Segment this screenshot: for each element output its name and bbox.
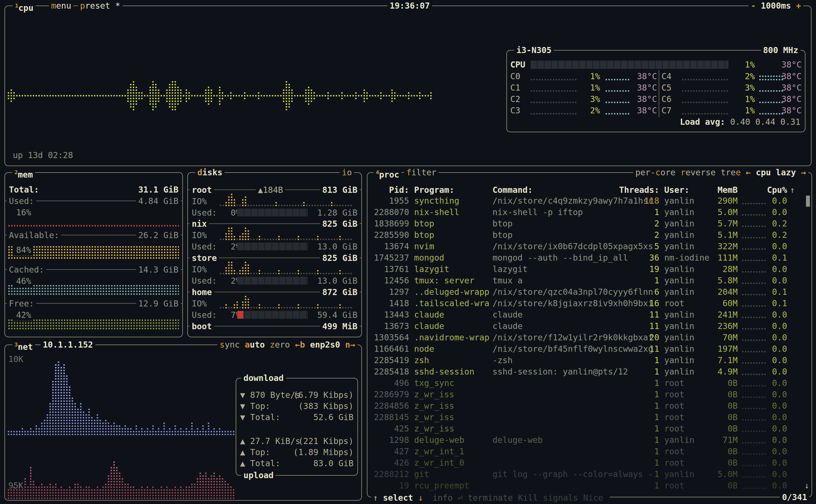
process-row[interactable]: 1166461node/nix/store/bf45nflf0wylnscwwa…: [367, 343, 812, 355]
interval-plus-button[interactable]: +: [796, 1, 801, 11]
col-pid[interactable]: Pid:: [372, 184, 409, 196]
process-row[interactable]: 13443claudeclaude11yanlin241M0.0: [367, 309, 812, 320]
footer-action-nice[interactable]: Nice: [583, 493, 603, 503]
uptime: up 13d 02:28: [13, 149, 73, 161]
process-row[interactable]: 2285418sshd-sessionsshd-session: yanlin@…: [367, 366, 812, 377]
process-row[interactable]: 1745237mongodmongod --auth --bind_ip_all…: [367, 252, 812, 263]
disk-name: nix: [190, 218, 209, 229]
col-program[interactable]: Program:: [414, 184, 489, 196]
sort-prev-button[interactable]: ←: [746, 168, 751, 177]
process-row[interactable]: 1955syncthing/nix/store/c4q9zmkzy9awy7h7…: [367, 195, 812, 206]
process-row[interactable]: 1418.tailscaled-wra/nix/store/k8jgiaxrz8…: [367, 298, 812, 309]
memory-panel-title[interactable]: 2mem: [12, 167, 35, 178]
mem-usage-band: [8, 293, 179, 295]
process-row[interactable]: 2288212gitgit log --graph --color=always…: [367, 468, 812, 480]
mem-section-label: Used:: [7, 195, 36, 207]
footer-action-kill[interactable]: Kill: [518, 493, 538, 503]
upload-stat-value: (1.89 Mibps): [293, 446, 354, 458]
process-row[interactable]: 1298deluge-webdeluge-web1yanlin71M0.0: [367, 434, 812, 446]
footer-action-[interactable]: ↑: [373, 493, 378, 503]
process-row[interactable]: 13674nvim/nix/store/ix0b67dcdpl05xpagx5x…: [367, 241, 812, 252]
process-row[interactable]: 1838699btopbtop2yanlin5.7M0.2: [367, 218, 812, 229]
process-footer: ↑select↓info ⏎terminateKillsignalsNice: [371, 492, 610, 503]
footer-action-select[interactable]: select: [383, 493, 413, 503]
disks-panel-title[interactable]: disks: [195, 167, 225, 178]
sort-next-button[interactable]: →: [801, 168, 806, 177]
mem-section-value: 4.84 GiB: [136, 195, 181, 207]
col-cpu[interactable]: Cpu%: [767, 184, 787, 196]
mem-section-label: Cached:: [7, 264, 46, 275]
process-row[interactable]: 2285590btopbtop2yanlin5.1M0.2: [367, 229, 812, 241]
process-row[interactable]: 426z_wr_int_01root0B0.0: [367, 457, 812, 468]
process-row[interactable]: 13761lazygitlazygit19yanlin28M0.0: [367, 263, 812, 275]
mem-total-value: 31.1 GiB: [138, 185, 179, 194]
mem-usage-band: [8, 285, 179, 286]
tree-button[interactable]: tree: [721, 168, 741, 177]
process-row[interactable]: 2288145z_wr_iss1root0B0.0: [367, 411, 812, 423]
disk-size: 499 MiB: [320, 321, 360, 332]
download-stat-label: ▼ Total:: [240, 411, 280, 423]
sync-button[interactable]: sync: [220, 340, 240, 350]
io-mode-button[interactable]: io: [340, 167, 354, 178]
footer-action-signals[interactable]: signals: [543, 493, 578, 503]
disks-panel: disks io root▲184B813 GiBIO%Used:0%1.28 …: [187, 172, 362, 337]
col-memb[interactable]: MemB: [706, 184, 738, 196]
network-panel-title[interactable]: 3net: [12, 339, 35, 350]
footer-action-info[interactable]: info ⏎: [433, 493, 463, 503]
menu-button[interactable]: menu: [49, 0, 73, 11]
process-row[interactable]: 2286979z_wr_iss1root0B0.0: [367, 389, 812, 400]
col-user[interactable]: User:: [664, 184, 711, 196]
zero-button[interactable]: zero: [270, 340, 290, 350]
mem-usage-band: [8, 246, 179, 248]
core-history-meter: [682, 90, 729, 92]
process-row[interactable]: 12456tmux: servertmux a1yanlin5.8M0.0: [367, 275, 812, 286]
cpu-panel: 1cpu menu preset * 19:36:07 - 1000ms + u…: [4, 6, 812, 166]
process-row[interactable]: 1303564.navidrome-wrap/nix/store/f12w1yi…: [367, 332, 812, 343]
process-row[interactable]: 13673claudeclaude11yanlin236M0.0: [367, 320, 812, 332]
footer-action-terminate[interactable]: terminate: [468, 493, 513, 503]
auto-button[interactable]: auto: [245, 340, 265, 350]
cpu-frequency: 800 MHz: [763, 45, 798, 55]
mem-usage-band: [8, 255, 179, 256]
process-controls: per-core reverse tree ← cpu lazy →: [633, 167, 808, 178]
col-threads[interactable]: Threads:: [609, 184, 659, 196]
footer-action-[interactable]: ↓: [418, 493, 423, 503]
disk-io-sparkline: [218, 227, 357, 240]
mem-section-percent: 16%: [14, 207, 33, 218]
disk-io-sparkline: [218, 261, 357, 274]
process-row[interactable]: 427z_wr_int_11root0B0.0: [367, 446, 812, 457]
download-stat-value: 52.6 GiB: [314, 411, 354, 423]
disk-io-sparkline: [218, 295, 357, 308]
filter-button[interactable]: filter: [404, 167, 439, 178]
scrollbar-thumb[interactable]: [806, 196, 810, 207]
col-command[interactable]: Command:: [492, 184, 604, 196]
cpu-total-bar: [531, 61, 728, 69]
network-panel: 3net 10.1.1.152 sync auto zero ←b enp2s0…: [4, 345, 362, 501]
reverse-button[interactable]: reverse: [680, 168, 715, 177]
process-row[interactable]: 2284856z_wr_iss1root0B0.0: [367, 400, 812, 411]
process-row[interactable]: 2285419zsh-zsh1yanlin7.1M0.0: [367, 355, 812, 366]
mem-usage-band: [8, 249, 179, 250]
interval-minus-button[interactable]: -: [751, 1, 756, 11]
process-row[interactable]: 2288070nix-shellnix-shell -p iftop1yanli…: [367, 206, 812, 218]
process-row[interactable]: 496txg_sync1root0B0.0: [367, 377, 812, 389]
process-row[interactable]: 19rcu_preempt1root0B0.0: [367, 480, 812, 491]
per-core-button[interactable]: per-core: [635, 168, 676, 177]
preset-button[interactable]: preset *: [78, 0, 123, 11]
mem-section-value: 12.9 GiB: [136, 298, 181, 309]
interval-value: 1000ms: [761, 1, 796, 11]
upload-stat-value: (221 Kibps): [298, 435, 354, 447]
process-panel-title[interactable]: 4proc: [374, 167, 401, 178]
cpu-panel-title[interactable]: 1cpu: [13, 0, 36, 11]
next-interface-button[interactable]: n→: [345, 340, 355, 350]
upload-stat-label: ▲ Top:: [240, 446, 270, 458]
prev-interface-button[interactable]: ←b: [295, 340, 305, 350]
btop-screen: 1cpu menu preset * 19:36:07 - 1000ms + u…: [0, 0, 816, 504]
disk-used-bar: [237, 209, 308, 216]
upload-stat-label: ▲ Total:: [240, 458, 280, 469]
process-row[interactable]: 1297..deluged-wrapp/nix/store/qzc04a3npl…: [367, 286, 812, 298]
mem-section-label: Free:: [7, 298, 36, 309]
mem-usage-band: [8, 328, 179, 329]
process-row[interactable]: 425z_wr_iss1root0B0.0: [367, 423, 812, 434]
scroll-down-icon[interactable]: ↓: [804, 480, 813, 491]
